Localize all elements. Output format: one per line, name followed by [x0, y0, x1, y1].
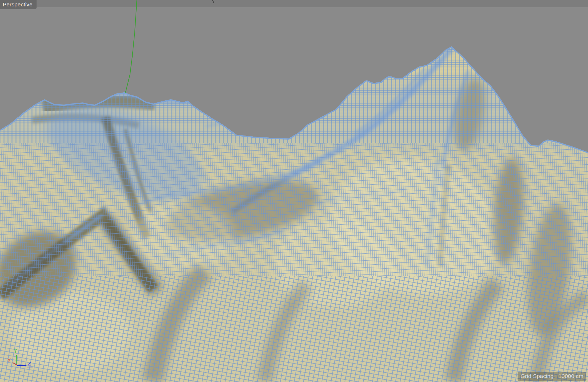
axis-y-line	[17, 355, 17, 365]
axis-x-label: X	[7, 357, 11, 363]
view-label[interactable]: Perspective	[0, 0, 37, 9]
axis-z-label: Z	[28, 360, 31, 367]
viewport-top-shade-band	[0, 0, 588, 7]
axis-y-label: Y	[14, 348, 17, 354]
grid-spacing-status: Grid Spacing : 10000 cm	[518, 372, 586, 381]
viewport-3d[interactable]: Y X Z Perspective Grid Spacing : 10000 c…	[0, 0, 588, 382]
scene-canvas: Y X Z	[0, 0, 588, 382]
